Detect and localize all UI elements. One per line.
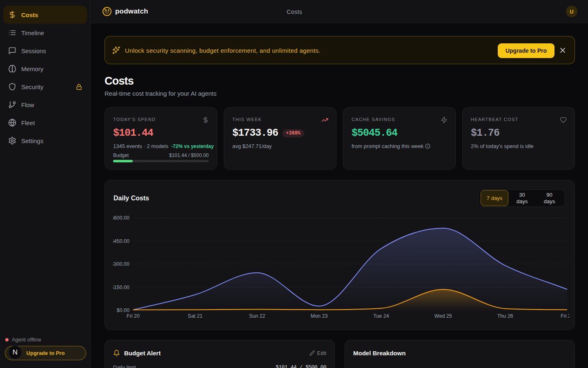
svg-text:Wed 25: Wed 25 xyxy=(434,313,452,319)
svg-text:Tue 24: Tue 24 xyxy=(373,313,389,319)
svg-text:Sun 22: Sun 22 xyxy=(249,313,265,319)
svg-text:$450.00: $450.00 xyxy=(113,238,129,244)
svg-text:Fri 20: Fri 20 xyxy=(127,313,140,319)
svg-text:Thu 26: Thu 26 xyxy=(497,313,513,319)
svg-text:Sat 21: Sat 21 xyxy=(188,313,203,319)
svg-text:$0.00: $0.00 xyxy=(117,307,129,313)
svg-text:Fri 27: Fri 27 xyxy=(561,313,569,319)
svg-text:$600.00: $600.00 xyxy=(113,215,129,221)
svg-text:$150.00: $150.00 xyxy=(113,285,129,290)
svg-text:$300.00: $300.00 xyxy=(113,261,129,267)
svg-text:Mon 23: Mon 23 xyxy=(311,313,328,319)
